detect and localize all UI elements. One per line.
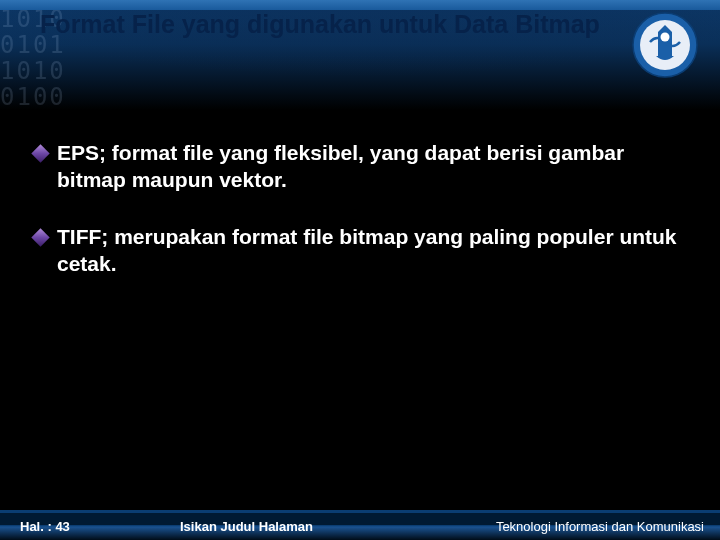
- diamond-bullet-icon: [31, 144, 49, 162]
- diamond-bullet-icon: [31, 228, 49, 246]
- list-item: EPS; format file yang fleksibel, yang da…: [34, 140, 686, 194]
- page-number: Hal. : 43: [0, 519, 180, 534]
- slide-title: Format File yang digunakan untuk Data Bi…: [40, 10, 600, 40]
- svg-point-2: [661, 33, 670, 42]
- footer-title-placeholder: Isikan Judul Halaman: [180, 519, 490, 534]
- content-area: EPS; format file yang fleksibel, yang da…: [34, 140, 686, 308]
- logo-icon: [632, 12, 698, 78]
- footer-bar: Hal. : 43 Isikan Judul Halaman Teknologi…: [0, 510, 720, 540]
- top-accent-stripe: [0, 0, 720, 10]
- list-item: TIFF; merupakan format file bitmap yang …: [34, 224, 686, 278]
- bullet-text: EPS; format file yang fleksibel, yang da…: [57, 140, 686, 194]
- footer-subject: Teknologi Informasi dan Komunikasi: [490, 519, 720, 534]
- bullet-text: TIFF; merupakan format file bitmap yang …: [57, 224, 686, 278]
